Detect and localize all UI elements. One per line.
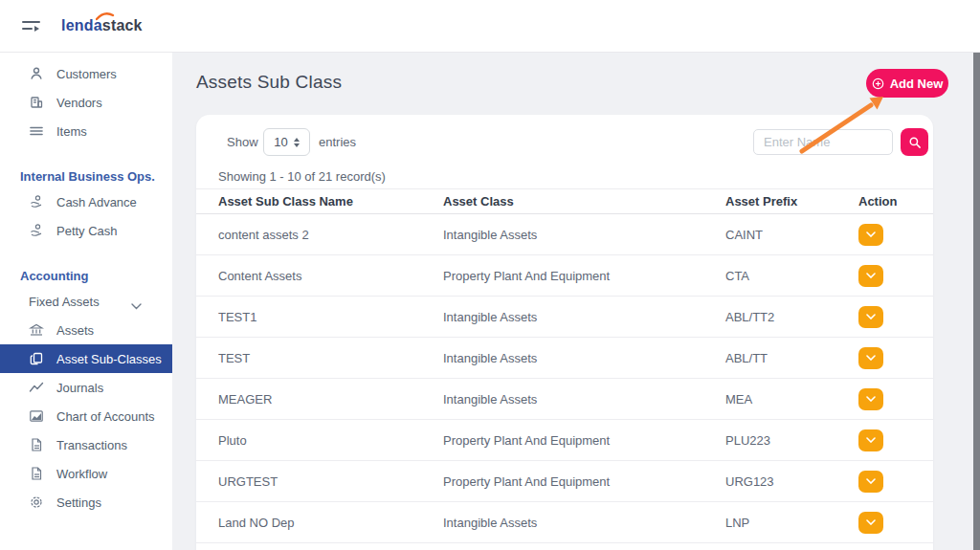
sidebar-item-customers[interactable]: Customers bbox=[0, 59, 172, 88]
show-label: Show bbox=[227, 135, 258, 149]
sidebar-item-assets[interactable]: Assets bbox=[0, 316, 172, 344]
chevron-down-icon bbox=[131, 298, 142, 305]
cell-prefix: PLU223 bbox=[725, 433, 858, 448]
table-row: Pluto Property Plant And Equipment PLU22… bbox=[196, 420, 933, 461]
area-chart-icon bbox=[29, 408, 44, 424]
sidebar-section-internal-business-ops: Internal Business Ops. bbox=[0, 165, 172, 187]
cell-asset-class: Intangible Assets bbox=[443, 310, 725, 324]
page-title: Assets Sub Class bbox=[196, 72, 342, 93]
sidebar-section-accounting: Accounting bbox=[0, 264, 172, 287]
sidebar-section-label: Internal Business Ops. bbox=[20, 169, 155, 184]
cell-prefix: CTA bbox=[725, 269, 858, 283]
sidebar-item-chart-of-accounts[interactable]: Chart of Accounts bbox=[0, 402, 172, 430]
cell-name: TEST1 bbox=[196, 310, 443, 324]
sidebar-item-label: Assets bbox=[56, 323, 94, 338]
logo-swoosh-icon bbox=[96, 11, 115, 21]
sidebar-item-label: Transactions bbox=[56, 438, 127, 452]
sidebar-item-label: Fixed Assets bbox=[29, 295, 100, 309]
sidebar-item-label: Petty Cash bbox=[56, 224, 118, 238]
app-window: lendastack Customers Vendors Items Inter… bbox=[0, 0, 980, 550]
column-header-prefix[interactable]: Asset Prefix bbox=[725, 194, 858, 209]
bank-icon bbox=[29, 322, 44, 338]
cell-asset-class: Intangible Assets bbox=[443, 351, 725, 365]
row-action-button[interactable] bbox=[858, 429, 883, 451]
vertical-scrollbar[interactable] bbox=[973, 53, 980, 550]
row-action-button[interactable] bbox=[858, 265, 883, 287]
sidebar-item-label: Settings bbox=[56, 495, 101, 510]
table-row: Content Assets Property Plant And Equipm… bbox=[196, 255, 933, 297]
table-row: URGTEST Property Plant And Equipment URG… bbox=[196, 461, 933, 502]
sidebar-section-label: Accounting bbox=[20, 269, 89, 283]
cell-name: TEST bbox=[196, 351, 443, 365]
sidebar-item-cash-advance[interactable]: Cash Advance bbox=[0, 187, 172, 216]
plus-circle-icon bbox=[872, 77, 884, 90]
search-button[interactable] bbox=[901, 128, 928, 156]
copy-icon bbox=[29, 351, 44, 366]
cell-name: Content Assets bbox=[196, 269, 443, 283]
sidebar-item-label: Items bbox=[56, 124, 87, 139]
sidebar-item-asset-sub-classes[interactable]: Asset Sub-Classes bbox=[0, 344, 172, 373]
table-row-partial bbox=[196, 543, 933, 550]
storefront-icon bbox=[29, 95, 44, 110]
sidebar-item-transactions[interactable]: Transactions bbox=[0, 430, 172, 459]
records-summary: Showing 1 - 10 of 21 record(s) bbox=[218, 169, 386, 184]
table-row: Land NO Dep Intangible Assets LNP bbox=[196, 502, 933, 543]
column-header-class[interactable]: Asset Class bbox=[443, 194, 725, 209]
row-action-button[interactable] bbox=[858, 347, 883, 369]
add-new-button[interactable]: Add New bbox=[866, 69, 948, 98]
cell-asset-class: Property Plant And Equipment bbox=[443, 433, 725, 448]
column-header-action: Action bbox=[858, 194, 933, 209]
sidebar-item-label: Asset Sub-Classes bbox=[56, 352, 162, 366]
cell-name: MEAGER bbox=[196, 392, 443, 407]
table-header-row: Asset Sub Class Name Asset Class Asset P… bbox=[196, 189, 933, 214]
select-arrows-icon bbox=[294, 138, 300, 147]
cell-prefix: URG123 bbox=[725, 474, 858, 489]
row-action-button[interactable] bbox=[858, 306, 883, 328]
table-row: MEAGER Intangible Assets MEA bbox=[196, 379, 933, 420]
cell-asset-class: Intangible Assets bbox=[443, 392, 725, 407]
main-content: Assets Sub Class Add New Show 10 entries… bbox=[172, 53, 980, 550]
sidebar-item-vendors[interactable]: Vendors bbox=[0, 88, 172, 117]
sidebar: Customers Vendors Items Internal Busines… bbox=[0, 53, 172, 550]
search-input[interactable] bbox=[753, 129, 893, 155]
page-size-select[interactable]: 10 bbox=[263, 128, 310, 156]
sidebar-item-items[interactable]: Items bbox=[0, 117, 172, 145]
sidebar-toggle-icon[interactable] bbox=[21, 17, 42, 34]
sidebar-item-petty-cash[interactable]: Petty Cash bbox=[0, 216, 172, 245]
table-row: content assets 2 Intangible Assets CAINT bbox=[196, 214, 933, 255]
gear-icon bbox=[29, 495, 44, 510]
sidebar-item-workflow[interactable]: Workflow bbox=[0, 459, 172, 488]
sidebar-item-settings[interactable]: Settings bbox=[0, 488, 172, 517]
sidebar-item-label: Cash Advance bbox=[56, 195, 137, 209]
sidebar-item-label: Chart of Accounts bbox=[56, 409, 155, 424]
cell-name: URGTEST bbox=[196, 474, 443, 489]
trend-icon bbox=[29, 380, 44, 395]
page-size-value: 10 bbox=[274, 135, 287, 149]
table-controls: Show 10 entries Showing 1 - 10 of 21 rec… bbox=[196, 115, 933, 169]
document-icon bbox=[29, 466, 44, 481]
sidebar-item-label: Vendors bbox=[56, 96, 102, 110]
column-header-name[interactable]: Asset Sub Class Name bbox=[196, 194, 443, 209]
sidebar-item-fixed-assets[interactable]: Fixed Assets bbox=[0, 287, 172, 316]
table-card: Show 10 entries Showing 1 - 10 of 21 rec… bbox=[196, 115, 933, 550]
cell-asset-class: Intangible Assets bbox=[443, 228, 725, 242]
cell-name: Pluto bbox=[196, 433, 443, 448]
sidebar-item-label: Customers bbox=[56, 67, 117, 81]
cell-prefix: CAINT bbox=[725, 228, 858, 242]
cell-asset-class: Property Plant And Equipment bbox=[443, 474, 725, 489]
cell-prefix: MEA bbox=[725, 392, 858, 407]
cell-name: Land NO Dep bbox=[196, 516, 443, 530]
app-logo[interactable]: lendastack bbox=[61, 17, 143, 34]
assets-subclass-table: Asset Sub Class Name Asset Class Asset P… bbox=[196, 189, 933, 550]
document-icon bbox=[29, 437, 44, 452]
list-icon bbox=[29, 123, 44, 139]
row-action-button[interactable] bbox=[858, 512, 883, 534]
row-action-button[interactable] bbox=[858, 224, 883, 246]
sidebar-item-journals[interactable]: Journals bbox=[0, 373, 172, 402]
sidebar-item-label: Journals bbox=[56, 381, 103, 395]
cell-prefix: LNP bbox=[725, 516, 858, 530]
row-action-button[interactable] bbox=[858, 388, 883, 410]
row-action-button[interactable] bbox=[858, 471, 883, 493]
add-new-label: Add New bbox=[890, 77, 944, 91]
table-row: TEST1 Intangible Assets ABL/TT2 bbox=[196, 297, 933, 338]
